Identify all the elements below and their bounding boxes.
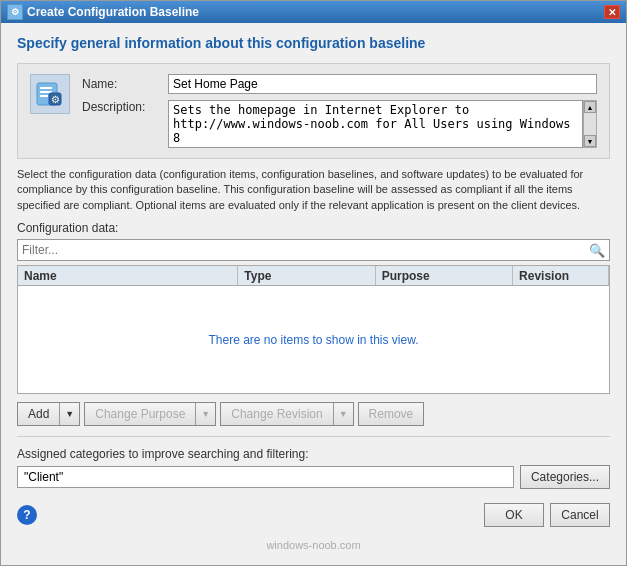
form-row: ⚙ Name: Description: ▲	[30, 74, 597, 148]
col-header-name: Name	[18, 266, 238, 285]
svg-rect-1	[40, 87, 52, 89]
svg-rect-3	[40, 95, 48, 97]
watermark: windows-noob.com	[17, 539, 610, 553]
assigned-row: Categories...	[17, 465, 610, 489]
col-header-purpose: Purpose	[376, 266, 513, 285]
help-icon[interactable]: ?	[17, 505, 37, 525]
filter-row: 🔍	[17, 239, 610, 261]
col-header-type: Type	[238, 266, 375, 285]
assigned-label: Assigned categories to improve searching…	[17, 447, 610, 461]
change-purpose-arrow[interactable]: ▼	[196, 403, 215, 425]
main-window: ⚙ Create Configuration Baseline ✕ Specif…	[0, 0, 627, 566]
assigned-input[interactable]	[17, 466, 514, 488]
scroll-up[interactable]: ▲	[584, 101, 596, 113]
table-header: Name Type Purpose Revision	[18, 266, 609, 286]
title-bar: ⚙ Create Configuration Baseline ✕	[1, 1, 626, 23]
description-scrollbar[interactable]: ▲ ▼	[583, 100, 597, 148]
config-section: Configuration data: 🔍 Name Type Purpose …	[17, 221, 610, 426]
form-fields: Name: Description: ▲ ▼	[82, 74, 597, 148]
form-section: ⚙ Name: Description: ▲	[17, 63, 610, 159]
description-row: Description: ▲ ▼	[82, 100, 597, 148]
categories-button[interactable]: Categories...	[520, 465, 610, 489]
footer-row: ? OK Cancel	[17, 497, 610, 531]
name-input[interactable]	[168, 74, 597, 94]
add-dropdown-arrow[interactable]: ▼	[60, 403, 79, 425]
scroll-down[interactable]: ▼	[584, 135, 596, 147]
remove-button[interactable]: Remove	[358, 402, 425, 426]
window-icon: ⚙	[7, 4, 23, 20]
description-label: Description:	[82, 100, 162, 114]
change-purpose-button[interactable]: Change Purpose	[85, 403, 196, 425]
cancel-button[interactable]: Cancel	[550, 503, 610, 527]
ok-button[interactable]: OK	[484, 503, 544, 527]
add-button[interactable]: Add	[18, 403, 60, 425]
form-icon: ⚙	[30, 74, 70, 114]
assigned-section: Assigned categories to improve searching…	[17, 447, 610, 489]
change-purpose-group[interactable]: Change Purpose ▼	[84, 402, 216, 426]
add-button-group[interactable]: Add ▼	[17, 402, 80, 426]
close-button[interactable]: ✕	[604, 5, 620, 19]
config-label: Configuration data:	[17, 221, 610, 235]
filter-input[interactable]	[22, 243, 589, 257]
toolbar-row: Add ▼ Change Purpose ▼ Change Revision ▼…	[17, 402, 610, 426]
description-input[interactable]	[168, 100, 583, 148]
change-revision-arrow[interactable]: ▼	[334, 403, 353, 425]
search-icon: 🔍	[589, 243, 605, 258]
table-body: There are no items to show in this view.	[18, 286, 609, 393]
config-table: Name Type Purpose Revision There are no …	[17, 265, 610, 394]
description-wrap: ▲ ▼	[168, 100, 597, 148]
empty-message: There are no items to show in this view.	[208, 333, 418, 347]
col-header-revision: Revision	[513, 266, 609, 285]
content-area: Specify general information about this c…	[1, 23, 626, 565]
change-revision-group[interactable]: Change Revision ▼	[220, 402, 353, 426]
divider	[17, 436, 610, 437]
name-row: Name:	[82, 74, 597, 94]
svg-text:⚙: ⚙	[51, 94, 60, 105]
info-text: Select the configuration data (configura…	[17, 167, 610, 213]
page-title: Specify general information about this c…	[17, 35, 610, 51]
name-label: Name:	[82, 77, 162, 91]
change-revision-button[interactable]: Change Revision	[221, 403, 333, 425]
window-title: Create Configuration Baseline	[27, 5, 604, 19]
